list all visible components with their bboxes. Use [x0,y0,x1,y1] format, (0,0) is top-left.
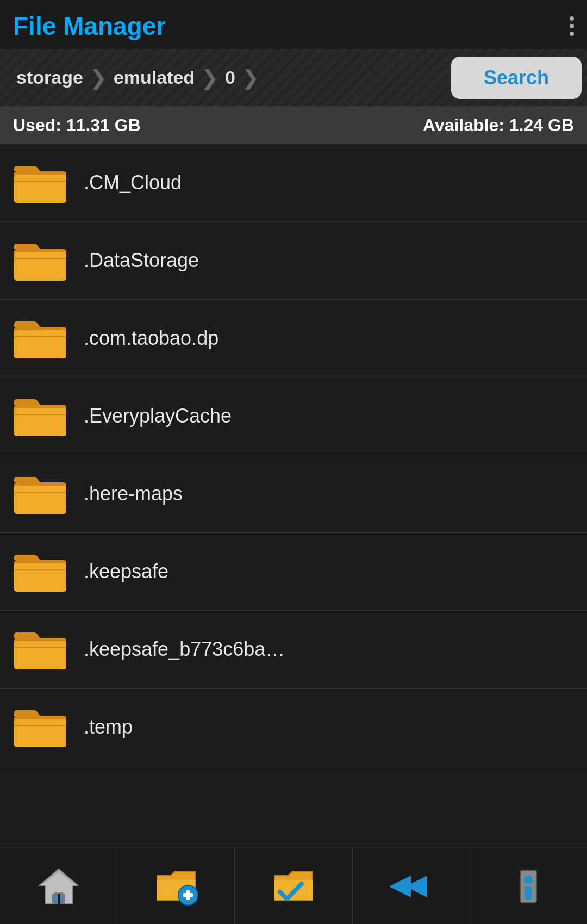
svg-rect-35 [525,886,532,900]
list-item[interactable]: .temp [0,689,587,766]
back-icon [389,865,433,908]
add-folder-icon [154,865,198,908]
breadcrumb: storage ❯ emulated ❯ 0 ❯ Search [0,49,587,106]
svg-rect-19 [14,641,66,669]
list-item[interactable]: .CM_Cloud [0,144,587,222]
svg-rect-16 [14,563,66,592]
svg-rect-22 [14,719,66,747]
folder-icon [13,549,67,594]
svg-rect-13 [14,486,66,514]
folder-icon [13,394,67,438]
breadcrumb-arrow-3: ❯ [242,66,259,90]
checkmark-icon [272,865,315,908]
folder-icon [13,627,67,672]
svg-marker-24 [40,869,78,904]
file-name: .EveryplayCache [84,405,232,427]
breadcrumb-storage[interactable]: storage [5,60,94,95]
storage-info-bar: Used: 11.31 GB Available: 1.24 GB [0,106,587,144]
bottom-toolbar [0,848,587,924]
back-button[interactable] [353,848,470,924]
folder-icon [13,160,67,205]
svg-rect-10 [14,408,66,436]
file-name: .keepsafe_b773c6ba… [84,638,285,661]
list-item[interactable]: .DataStorage [0,222,587,300]
file-name: .temp [84,716,133,739]
svg-rect-1 [14,175,66,203]
available-storage: Available: 1.24 GB [423,115,574,135]
list-item[interactable]: .keepsafe_b773c6ba… [0,611,587,689]
svg-rect-25 [52,894,58,904]
search-button[interactable]: Search [451,57,582,99]
svg-marker-32 [389,876,411,897]
checkmark-button[interactable] [235,848,352,924]
app-header: File Manager [0,0,587,49]
svg-rect-4 [14,252,66,281]
svg-rect-26 [60,894,65,904]
folder-icon [13,472,67,516]
folder-icon [13,705,67,749]
list-item[interactable]: .here-maps [0,455,587,533]
folder-icon [13,238,67,283]
file-name: .here-maps [84,482,183,505]
svg-rect-30 [183,893,193,897]
breadcrumb-emulated[interactable]: emulated [103,60,205,95]
used-storage: Used: 11.31 GB [13,115,141,135]
file-list: .CM_Cloud .DataStorage .com.taobao.dp [0,144,587,848]
add-folder-button[interactable] [117,848,235,924]
file-name: .keepsafe [84,560,168,583]
app-title: File Manager [13,11,166,41]
file-name: .com.taobao.dp [84,327,218,350]
file-name: .CM_Cloud [84,171,182,194]
home-icon [37,865,80,908]
svg-point-34 [524,876,533,884]
svg-rect-7 [14,330,66,358]
folder-icon [13,316,67,361]
info-button[interactable] [470,848,587,924]
more-vertical-icon[interactable] [570,16,574,36]
list-item[interactable]: .EveryplayCache [0,377,587,455]
info-icon [507,865,550,908]
list-item[interactable]: .com.taobao.dp [0,300,587,377]
file-name: .DataStorage [84,249,199,272]
list-item[interactable]: .keepsafe [0,533,587,611]
home-button[interactable] [0,848,117,924]
